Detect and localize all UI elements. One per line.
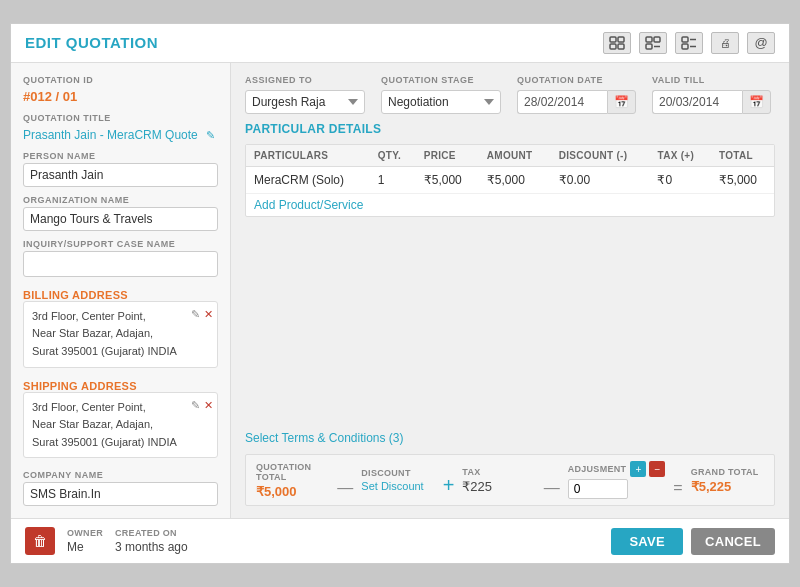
footer: 🗑 OWNER Me CREATED ON 3 months ago SAVE …: [11, 518, 789, 563]
shipping-address-section: SHIPPING ADDRESS ✎ ✕ 3rd Floor, Center P…: [23, 376, 218, 459]
svg-rect-6: [646, 44, 652, 49]
col-particulars: PARTICULARS: [246, 145, 370, 167]
quotation-stage-select[interactable]: Negotiation: [381, 90, 501, 114]
icon1[interactable]: [603, 32, 631, 54]
svg-rect-1: [618, 37, 624, 42]
svg-rect-8: [682, 37, 688, 42]
add-product-link[interactable]: Add Product/Service: [246, 194, 371, 216]
grand-total-value: ₹5,225: [691, 479, 764, 494]
table-row: MeraCRM (Solo) 1 ₹5,000 ₹5,000 ₹0.00 ₹0 …: [246, 166, 774, 193]
quotation-title-value[interactable]: Prasanth Jain - MeraCRM Quote: [23, 128, 198, 142]
quotation-title-section: QUOTATION TITLE Prasanth Jain - MeraCRM …: [23, 113, 218, 143]
valid-till-input[interactable]: [652, 90, 742, 114]
org-name-label: ORGANIZATION NAME: [23, 195, 218, 205]
shipping-delete-icon[interactable]: ✕: [204, 397, 213, 415]
quotation-title-label: QUOTATION TITLE: [23, 113, 218, 123]
valid-till-calendar-btn[interactable]: 📅: [742, 90, 771, 114]
cell-discount: ₹0.00: [551, 166, 650, 193]
person-name-section: PERSON NAME: [23, 151, 218, 187]
cell-amount: ₹5,000: [479, 166, 551, 193]
terms-link[interactable]: Select Terms & Conditions (3): [245, 431, 404, 445]
owner-label: OWNER: [67, 528, 103, 538]
print-icon[interactable]: 🖨: [711, 32, 739, 54]
billing-delete-icon[interactable]: ✕: [204, 306, 213, 324]
billing-edit-icon[interactable]: ✎: [191, 306, 200, 324]
valid-till-label: VALID TILL: [652, 75, 771, 85]
owner-field: OWNER Me: [67, 528, 103, 554]
cancel-button[interactable]: CANCEL: [691, 528, 775, 555]
quotation-total-label: QUOTATION TOTAL: [256, 462, 329, 482]
shipping-address-icons: ✎ ✕: [191, 397, 213, 415]
billing-address-section: BILLING ADDRESS ✎ ✕ 3rd Floor, Center Po…: [23, 285, 218, 368]
save-button[interactable]: SAVE: [611, 528, 683, 555]
org-name-input[interactable]: [23, 207, 218, 231]
table-header: PARTICULARS QTY. PRICE AMOUNT DISCOUNT (…: [246, 145, 774, 167]
tax-item: TAX ₹225: [462, 467, 535, 494]
svg-rect-0: [610, 37, 616, 42]
assigned-to-select[interactable]: Durgesh Raja: [245, 90, 365, 114]
adj-minus-icon[interactable]: −: [649, 461, 665, 477]
billing-address-icons: ✎ ✕: [191, 306, 213, 324]
org-name-section: ORGANIZATION NAME: [23, 195, 218, 231]
sep4: =: [665, 479, 690, 497]
shipping-edit-icon[interactable]: ✎: [191, 397, 200, 415]
quotation-id-section: QUOTATION ID #012 / 01: [23, 75, 218, 105]
quotation-date-wrap: 📅: [517, 90, 636, 114]
inquiry-section: INQUIRY/SUPPORT CASE NAME: [23, 239, 218, 277]
top-fields: ASSIGNED TO Durgesh Raja QUOTATION STAGE…: [245, 75, 775, 114]
quotation-total-item: QUOTATION TOTAL ₹5,000: [256, 462, 329, 499]
svg-rect-10: [682, 44, 688, 49]
cell-particular: MeraCRM (Solo): [246, 166, 370, 193]
grand-total-item: GRAND TOTAL ₹5,225: [691, 467, 764, 494]
valid-till-wrap: 📅: [652, 90, 771, 114]
created-on-field: CREATED ON 3 months ago: [115, 528, 188, 554]
icon2[interactable]: [639, 32, 667, 54]
cell-price: ₹5,000: [416, 166, 479, 193]
inquiry-input[interactable]: [23, 251, 218, 277]
cell-tax: ₹0: [649, 166, 710, 193]
cell-total: ₹5,000: [711, 166, 774, 193]
owner-value: Me: [67, 540, 103, 554]
set-discount-link[interactable]: Set Discount: [361, 480, 434, 492]
shipping-title: SHIPPING ADDRESS: [23, 380, 218, 392]
svg-rect-4: [646, 37, 652, 42]
company-name-label: COMPANY NAME: [23, 470, 218, 480]
billing-address-text: 3rd Floor, Center Point, Near Star Bazar…: [32, 310, 177, 357]
delete-button[interactable]: 🗑: [25, 527, 55, 555]
spacer: [245, 225, 775, 421]
shipping-address-text: 3rd Floor, Center Point, Near Star Bazar…: [32, 401, 177, 448]
adjustment-input[interactable]: [568, 479, 628, 499]
cell-qty: 1: [370, 166, 416, 193]
quotation-stage-label: QUOTATION STAGE: [381, 75, 501, 85]
left-panel: QUOTATION ID #012 / 01 QUOTATION TITLE P…: [11, 63, 231, 519]
particulars-table: PARTICULARS QTY. PRICE AMOUNT DISCOUNT (…: [246, 145, 774, 194]
company-name-input[interactable]: [23, 482, 218, 506]
inquiry-label: INQUIRY/SUPPORT CASE NAME: [23, 239, 218, 249]
icon3[interactable]: [675, 32, 703, 54]
quotation-id-value: #012 / 01: [23, 89, 77, 104]
sep1: —: [329, 479, 361, 497]
assigned-to-field: ASSIGNED TO Durgesh Raja: [245, 75, 365, 114]
terms-section: Select Terms & Conditions (3): [245, 428, 775, 446]
svg-rect-5: [654, 37, 660, 42]
quotation-date-input[interactable]: [517, 90, 607, 114]
edit-title-icon[interactable]: ✎: [206, 129, 215, 141]
right-panel: ASSIGNED TO Durgesh Raja QUOTATION STAGE…: [231, 63, 789, 519]
billing-address-block: ✎ ✕ 3rd Floor, Center Point, Near Star B…: [23, 301, 218, 368]
footer-left: 🗑 OWNER Me CREATED ON 3 months ago: [25, 527, 188, 555]
discount-label: DISCOUNT: [361, 468, 434, 478]
email-icon[interactable]: @: [747, 32, 775, 54]
billing-title: BILLING ADDRESS: [23, 289, 218, 301]
grand-total-label: GRAND TOTAL: [691, 467, 764, 477]
adj-plus-icon[interactable]: +: [630, 461, 646, 477]
quotation-date-calendar-btn[interactable]: 📅: [607, 90, 636, 114]
sep2: +: [435, 474, 463, 497]
adjustment-item: ADJUSMENT + −: [568, 461, 666, 499]
person-name-input[interactable]: [23, 163, 218, 187]
tax-label: TAX: [462, 467, 535, 477]
summary-bar: QUOTATION TOTAL ₹5,000 — DISCOUNT Set Di…: [245, 454, 775, 506]
body: QUOTATION ID #012 / 01 QUOTATION TITLE P…: [11, 63, 789, 519]
col-price: PRICE: [416, 145, 479, 167]
col-tax: TAX (+): [649, 145, 710, 167]
quotation-total-value: ₹5,000: [256, 484, 329, 499]
